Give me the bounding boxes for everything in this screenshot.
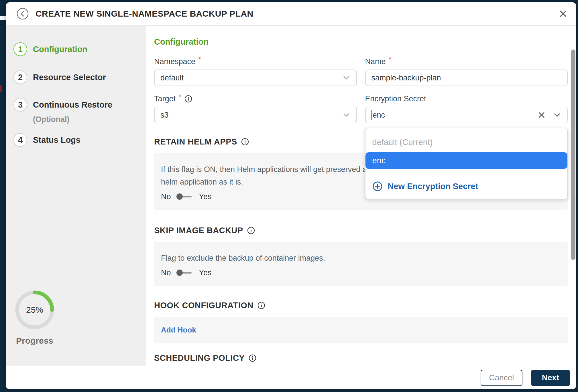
close-icon [559,9,568,18]
toggle-knob[interactable] [176,270,183,276]
step-connector [20,113,20,132]
chevron-down-icon [342,74,351,82]
section-title-text: RETAIN HELM APPS [154,137,237,146]
chevron-down-icon[interactable] [553,111,561,119]
next-button[interactable]: Next [531,370,570,386]
info-icon[interactable] [247,227,255,234]
section-title-text: HOOK CONFIGURATION [154,301,253,310]
text-caret [371,110,372,120]
step-number: 3 [13,98,27,112]
modal-footer: Cancel Next [6,366,576,389]
info-icon[interactable] [241,138,249,146]
namespace-select[interactable]: default [154,70,357,86]
scrollbar-thumb[interactable] [571,50,575,260]
name-field: Name* sample-backup-plan [365,56,568,86]
step-configuration[interactable]: 1 Configuration [13,42,87,56]
encryption-secret-field: Encryption Secret enc [365,94,568,123]
dropdown-option-default[interactable]: default (Current) [365,134,568,151]
scheduling-policy-title: SCHEDULING POLICY [154,353,568,363]
step-number: 2 [13,70,27,84]
step-number: 1 [13,42,27,56]
step-label: Continuous Restore [33,100,112,110]
progress-indicator: 25% Progress [13,288,56,346]
dropdown-option-enc[interactable]: enc [365,152,568,169]
required-asterisk: * [178,92,182,101]
encryption-secret-label: Encryption Secret [365,94,426,103]
progress-percent: 25% [13,288,56,331]
skip-image-toggle[interactable]: No Yes [161,268,561,277]
step-label: Status Logs [33,135,80,145]
wizard-stepper: 1 Configuration 2 Resource Selector 3 Co… [6,26,146,366]
skip-image-backup-panel: Flag to exclude the backup of container … [154,242,568,286]
toggle-track[interactable] [177,272,192,274]
toggle-on-label: Yes [199,192,212,201]
section-title-text: SKIP IMAGE BACKUP [154,226,243,235]
background-app-notch [0,16,6,20]
required-asterisk: * [389,55,392,64]
plus-circle-icon [372,181,383,191]
name-input[interactable]: sample-backup-plan [365,70,568,86]
progress-caption: Progress [13,336,56,346]
toggle-on-label: Yes [199,268,212,277]
cancel-button[interactable]: Cancel [481,370,522,386]
toggle-track[interactable] [177,196,192,197]
toggle-knob[interactable] [176,193,183,200]
new-encryption-secret-label: New Encryption Secret [388,182,478,191]
add-hook-link[interactable]: Add Hook [161,326,196,334]
skip-image-description: Flag to exclude the backup of container … [161,252,561,264]
encryption-secret-value: enc [373,111,385,120]
step-continuous-restore[interactable]: 3 Continuous Restore [13,98,112,112]
target-label: Target [154,94,176,103]
step-connector [20,57,20,69]
step-number: 4 [13,133,27,147]
required-asterisk: * [198,55,201,64]
toggle-off-label: No [161,192,171,201]
step-connector [20,85,20,96]
close-button[interactable] [559,9,568,18]
step-label: Resource Selector [33,73,106,82]
step-resource-selector[interactable]: 2 Resource Selector [13,70,106,84]
encryption-secret-input[interactable]: enc [365,107,568,123]
chevron-down-icon [342,111,351,119]
step-label: Configuration [33,45,87,54]
page-title: Configuration [154,37,568,47]
toggle-off-label: No [161,268,171,277]
section-title-text: SCHEDULING POLICY [154,353,245,363]
back-button[interactable] [17,8,29,20]
clear-icon[interactable] [538,111,545,119]
info-icon[interactable] [184,95,192,103]
encryption-secret-dropdown: default (Current) enc New Encryption Sec… [365,128,568,199]
namespace-value: default [160,74,184,82]
hook-configuration-title: HOOK CONFIGURATION [154,301,568,310]
namespace-field: Namespace* default [154,56,357,86]
new-encryption-secret-button[interactable]: New Encryption Secret [365,174,568,191]
step-optional-tag: (Optional) [33,115,69,124]
background-app-notch-red [0,85,2,92]
create-backup-plan-modal: CREATE NEW SINGLE-NAMESPACE BACKUP PLAN … [6,2,576,389]
step-status-logs[interactable]: 4 Status Logs [13,133,80,147]
name-label: Name [365,57,386,66]
modal-title: CREATE NEW SINGLE-NAMESPACE BACKUP PLAN [36,9,253,19]
skip-image-backup-title: SKIP IMAGE BACKUP [154,226,568,235]
modal-header: CREATE NEW SINGLE-NAMESPACE BACKUP PLAN [6,2,576,26]
hook-configuration-panel: Add Hook [154,317,568,343]
namespace-label: Namespace [154,57,195,66]
target-select[interactable]: s3 [154,107,357,123]
target-value: s3 [160,111,169,120]
info-icon[interactable] [249,354,256,362]
arrow-left-circle-icon [17,8,29,20]
target-field: Target* s3 [154,94,357,123]
name-value: sample-backup-plan [371,74,441,82]
configuration-form: Configuration Namespace* default [146,26,576,366]
info-icon[interactable] [257,302,265,309]
